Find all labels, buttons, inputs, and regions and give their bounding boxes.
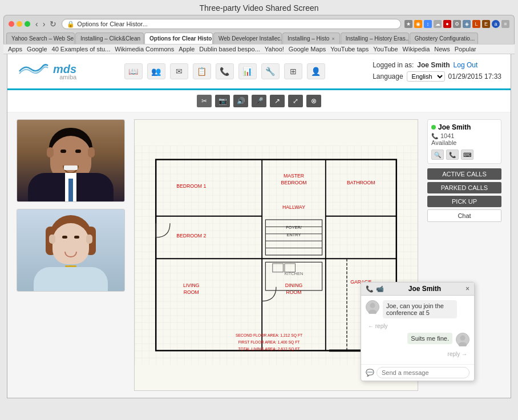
reload-button[interactable]: ↻ bbox=[48, 19, 58, 29]
bookmark-news[interactable]: News bbox=[434, 46, 450, 52]
amazon-icon: a bbox=[492, 20, 500, 28]
parked-calls-button[interactable]: PARKED CALLS bbox=[427, 182, 501, 193]
reply-label-2: reply → bbox=[366, 351, 470, 357]
chat-message-1: Joe, can you join the conference at 5 bbox=[366, 300, 470, 318]
svg-text:BEDROOM 2: BEDROOM 2 bbox=[176, 233, 206, 239]
expand-icon[interactable]: ⤢ bbox=[288, 95, 303, 107]
ext-icon: E bbox=[482, 20, 490, 28]
tab-yahoo[interactable]: Yahoo Search – Web Sea... × bbox=[6, 33, 75, 44]
bookmarks-bar: Apps Google 40 Examples of stu... Wikime… bbox=[3, 44, 515, 54]
nav-person-icon[interactable]: 👤 bbox=[307, 63, 325, 79]
close-window-button[interactable] bbox=[9, 21, 14, 27]
bookmark-40examples[interactable]: 40 Examples of stu... bbox=[52, 46, 111, 52]
tab-history-eras[interactable]: Installing – History Eras... × bbox=[341, 33, 409, 44]
app-header: mds amiba 📖 👥 ✉ 📋 📞 📊 🔧 ⊞ 👤 Logged in a bbox=[7, 54, 511, 90]
chat-video-icon[interactable]: 📹 bbox=[376, 285, 384, 293]
video-panel bbox=[17, 119, 125, 391]
language-label: Language bbox=[373, 72, 403, 80]
tab-close-icon[interactable]: × bbox=[477, 36, 477, 42]
tab-label: Installing – Histo bbox=[288, 35, 329, 42]
traffic-lights bbox=[9, 21, 30, 27]
chat-phone-icon[interactable]: 📞 bbox=[366, 285, 374, 293]
chat-message-2: Suits me fine. bbox=[366, 333, 470, 346]
bookmark-dublin[interactable]: Dublin based bespo... bbox=[199, 46, 260, 52]
chat-input-area: 💬 bbox=[361, 364, 474, 381]
svg-point-40 bbox=[370, 303, 375, 308]
nav-book-icon[interactable]: 📖 bbox=[124, 63, 143, 79]
chat-input[interactable] bbox=[377, 367, 470, 378]
nav-chart-icon[interactable]: 📊 bbox=[238, 63, 257, 79]
menu-icon[interactable]: ≡ bbox=[501, 20, 509, 28]
tab-clickclean[interactable]: Installing – Click&Clean × bbox=[75, 33, 144, 44]
chat-button[interactable]: Chat bbox=[427, 209, 501, 222]
tab-label: Ghostery Configuratio... bbox=[415, 35, 475, 42]
search-contacts-button[interactable]: 🔍 bbox=[431, 150, 444, 160]
nav-copy-icon[interactable]: 📋 bbox=[193, 63, 211, 79]
bookmark-apps[interactable]: Apps bbox=[8, 46, 22, 52]
browser-tabs: Yahoo Search – Web Sea... × Installing –… bbox=[4, 31, 514, 44]
svg-text:ROOM: ROOM bbox=[184, 289, 199, 295]
scissors-icon[interactable]: ✂ bbox=[197, 95, 212, 107]
chat-window: 📞 📹 Joe Smith × Joe, can you join the co… bbox=[361, 282, 475, 381]
camera-icon[interactable]: 📷 bbox=[215, 95, 230, 107]
share-icon[interactable]: ↗ bbox=[270, 95, 285, 107]
address-bar[interactable]: 🔒 Options for Clear Histor... bbox=[62, 19, 401, 29]
nav-group-icon[interactable]: 👥 bbox=[147, 63, 165, 79]
nav-wrench-icon[interactable]: 🔧 bbox=[261, 63, 280, 79]
chat-bubble-2: Suits me fine. bbox=[407, 333, 452, 344]
tab-close-icon[interactable]: × bbox=[331, 36, 334, 42]
call-button[interactable]: 📞 bbox=[446, 150, 459, 160]
bookmark-wikipedia[interactable]: Wikipedia bbox=[403, 46, 430, 52]
tab-label: Installing – Click&Clean bbox=[80, 35, 140, 42]
logout-link[interactable]: Log Out bbox=[454, 61, 478, 69]
tab-label: Yahoo Search – Web Sea... bbox=[11, 35, 75, 42]
chat-close-button[interactable]: × bbox=[466, 285, 470, 293]
tab-options[interactable]: Options for Clear Histor... × bbox=[144, 33, 213, 44]
bookmark-youtube[interactable]: YouTube bbox=[373, 46, 398, 52]
ssl-icon: 🔒 bbox=[67, 21, 75, 28]
nav-mail-icon[interactable]: ✉ bbox=[170, 63, 188, 79]
bookmark-google[interactable]: Google bbox=[27, 46, 47, 52]
tab-webdev[interactable]: Web Developer Installec... × bbox=[213, 33, 282, 44]
bookmark-yttaps[interactable]: YouTube taps bbox=[330, 46, 369, 52]
star-icon[interactable]: ★ bbox=[404, 20, 412, 28]
contact-status: Joe Smith bbox=[431, 123, 497, 131]
chat-avatar-self bbox=[456, 333, 470, 346]
chat-body: Joe, can you join the conference at 5 ← … bbox=[361, 296, 474, 364]
lastpass-icon: L bbox=[472, 20, 480, 28]
svg-text:SECOND FLOOR AREA: 1,212 SQ FT: SECOND FLOOR AREA: 1,212 SQ FT bbox=[236, 333, 302, 338]
svg-text:BATHROOM: BATHROOM bbox=[347, 180, 375, 185]
pick-up-button[interactable]: PICK UP bbox=[427, 196, 501, 207]
language-select[interactable]: English bbox=[407, 71, 445, 82]
bookmark-yahoo[interactable]: Yahoo! bbox=[265, 46, 284, 52]
maximize-window-button[interactable] bbox=[25, 21, 30, 27]
tab-installing-histo[interactable]: Installing – Histo × bbox=[282, 33, 340, 44]
volume-icon[interactable]: 🔊 bbox=[233, 95, 248, 107]
header-right: Logged in as: Joe Smith Log Out Language… bbox=[373, 61, 501, 82]
mic-icon[interactable]: 🎤 bbox=[252, 95, 266, 107]
active-calls-button[interactable]: ACTIVE CALLS bbox=[427, 168, 501, 180]
minimize-window-button[interactable] bbox=[17, 21, 22, 27]
contact-name: Joe Smith bbox=[438, 123, 471, 131]
chat-bubble-1: Joe, can you join the conference at 5 bbox=[383, 300, 457, 318]
chat-title: Joe Smith bbox=[408, 285, 441, 293]
reply-label: ← reply bbox=[366, 323, 470, 329]
tab-close-icon[interactable]: × bbox=[143, 36, 144, 42]
bookmark-apple[interactable]: Apple bbox=[179, 46, 195, 52]
gear-icon[interactable]: ⚙ bbox=[453, 20, 461, 28]
forward-button[interactable]: › bbox=[41, 19, 47, 29]
bookmark-popular[interactable]: Popular bbox=[455, 46, 476, 52]
svg-point-43 bbox=[459, 342, 467, 346]
close-circle-icon[interactable]: ⊗ bbox=[306, 95, 321, 107]
message-icon: 💬 bbox=[366, 369, 374, 377]
keypad-button[interactable]: ⌨ bbox=[461, 150, 474, 160]
nav-phone-icon[interactable]: 📞 bbox=[216, 63, 234, 79]
tab-ghostery[interactable]: Ghostery Configuratio... × bbox=[410, 33, 478, 44]
bookmark-wikimedia[interactable]: Wikimedia Commons bbox=[115, 46, 174, 52]
back-button[interactable]: ‹ bbox=[34, 19, 40, 29]
username: Joe Smith bbox=[417, 61, 450, 69]
nav-grid-icon[interactable]: ⊞ bbox=[284, 63, 302, 79]
browser-icons: ★ ◉ ↕ ☁ ● ⚙ ◈ L E a ≡ bbox=[404, 20, 509, 28]
svg-text:MASTER: MASTER bbox=[284, 173, 304, 179]
bookmark-maps[interactable]: Google Maps bbox=[289, 46, 326, 52]
